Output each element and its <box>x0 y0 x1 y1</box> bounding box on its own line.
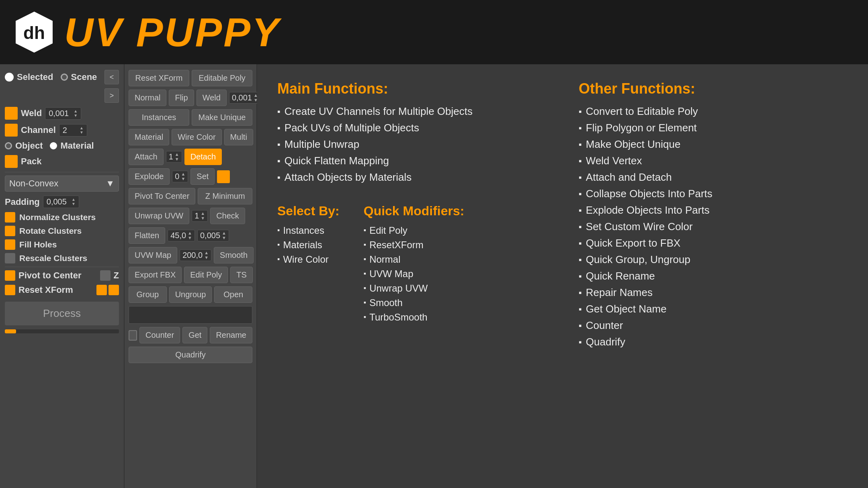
quick-mod-col: Quick Modifiers: Edit Poly ResetXForm No… <box>364 204 465 326</box>
counter-button[interactable]: Counter <box>139 327 180 343</box>
uvw-map-button[interactable]: UVW Map <box>129 247 177 263</box>
reset-color-btn1[interactable] <box>96 285 107 295</box>
uvw-spinner[interactable]: 200,0 ▲▼ <box>180 249 211 261</box>
weld-input[interactable]: 0,001 ▲▼ <box>45 107 81 120</box>
instances-button[interactable]: Instances <box>129 109 189 126</box>
weld-button[interactable]: Weld <box>197 90 227 106</box>
set-button[interactable]: Set <box>190 168 215 185</box>
other-func-item: Repair Names <box>579 286 848 299</box>
pack-toggle[interactable] <box>5 155 18 168</box>
padding-input[interactable]: 0,005 ▲▼ <box>43 196 79 208</box>
quick-mod-item: Normal <box>364 254 465 265</box>
material-label: Material <box>60 141 94 151</box>
flatten-button[interactable]: Flatten <box>129 227 165 244</box>
main-func-item: Attach Objects by Materials <box>277 171 547 184</box>
object-radio[interactable] <box>5 142 12 149</box>
fill-row: Fill Holes <box>5 239 119 250</box>
detach-button[interactable]: Detach <box>184 149 222 165</box>
normal-button[interactable]: Normal <box>129 90 166 106</box>
reset-xform-toggle[interactable] <box>5 285 15 295</box>
explode-button[interactable]: Explode <box>129 168 170 185</box>
other-func-item: Quick Export to FBX <box>579 237 848 249</box>
get-button[interactable]: Get <box>182 327 207 343</box>
app-logo: dh <box>12 10 56 54</box>
weld-toggle[interactable] <box>5 107 18 120</box>
rename-button[interactable]: Rename <box>210 327 252 343</box>
selected-radio[interactable] <box>5 73 14 82</box>
nav-prev-button[interactable]: < <box>104 70 119 84</box>
flip-button[interactable]: Flip <box>169 90 194 106</box>
select-item: Materials <box>277 239 340 251</box>
nav-next-button[interactable]: > <box>104 88 119 103</box>
z-minimum-button[interactable]: Z Minimum <box>198 188 252 204</box>
left-panel: Selected Scene < > Weld 0,001 ▲▼ Channel… <box>0 64 125 488</box>
edit-poly-button[interactable]: Edit Poly <box>184 267 228 283</box>
flatten-spinner1[interactable]: 45,0 ▲▼ <box>168 230 195 241</box>
row-1: Reset XForm Editable Poly <box>129 70 252 86</box>
quick-mod-title: Quick Modifiers: <box>364 204 465 218</box>
z-toggle[interactable] <box>100 270 111 281</box>
wire-color-button[interactable]: Wire Color <box>172 129 221 145</box>
ts-button[interactable]: TS <box>230 267 253 283</box>
main-func-item: Multiple Unwrap <box>277 138 547 151</box>
quadrify-button[interactable]: Quadrify <box>129 347 252 363</box>
unwrap-spinner[interactable]: 1 ▲▼ <box>192 210 208 222</box>
weld-spinner[interactable]: 0,001 ▲▼ <box>229 92 261 104</box>
rotate-label: Rotate Clusters <box>19 226 82 236</box>
main-functions-list: Create UV Channels for Multiple Objects … <box>277 105 547 184</box>
quick-mod-item: UVW Map <box>364 268 465 280</box>
info-right-col: Other Functions: Convert to Editable Pol… <box>579 80 848 472</box>
other-func-item: Quadrify <box>579 336 848 348</box>
rescale-row: Rescale Clusters <box>5 253 119 263</box>
export-fbx-button[interactable]: Export FBX <box>129 267 182 283</box>
row-5: Attach 1 ▲▼ Detach <box>129 149 252 165</box>
ungroup-button[interactable]: Ungroup <box>169 286 212 303</box>
z-label: Z <box>114 270 119 281</box>
process-button[interactable]: Process <box>5 302 119 325</box>
main-func-item: Pack UVs of Multiple Objects <box>277 122 547 134</box>
multi-button[interactable]: Multi <box>224 129 253 145</box>
normalize-toggle[interactable] <box>5 212 15 223</box>
material-button[interactable]: Material <box>129 129 169 145</box>
smooth-button[interactable]: Smooth <box>214 247 254 263</box>
pivot-toggle[interactable] <box>5 270 15 281</box>
reset-color-btn2[interactable] <box>108 285 119 295</box>
attach-spinner[interactable]: 1 ▲▼ <box>166 151 182 163</box>
group-button[interactable]: Group <box>129 286 167 303</box>
info-panel: Main Functions: Create UV Channels for M… <box>257 64 868 488</box>
rotate-toggle[interactable] <box>5 226 15 236</box>
material-radio[interactable] <box>50 142 57 149</box>
attach-button[interactable]: Attach <box>129 149 164 165</box>
pivot-to-center-button[interactable]: Pivot To Center <box>129 188 195 204</box>
pivot-label: Pivot to Center <box>18 270 81 281</box>
other-func-item: Make Object Unique <box>579 138 848 151</box>
channel-toggle[interactable] <box>5 124 18 137</box>
reset-xform-button[interactable]: Reset XForm <box>129 70 189 86</box>
fill-toggle[interactable] <box>5 239 15 250</box>
scene-radio[interactable] <box>61 74 68 81</box>
padding-label: Padding <box>5 197 40 207</box>
make-unique-button[interactable]: Make Unique <box>192 109 252 126</box>
object-label: Object <box>15 141 43 151</box>
name-input-field[interactable] <box>129 306 252 324</box>
counter-checkbox[interactable] <box>129 330 137 341</box>
row-8: Unwrap UVW 1 ▲▼ Check <box>129 208 252 224</box>
unwrap-uvw-button[interactable]: Unwrap UVW <box>129 208 189 224</box>
non-convex-dropdown[interactable]: Non-Convex ▼ <box>5 176 119 192</box>
select-item: Wire Color <box>277 254 340 265</box>
row-13: Counter Get Rename <box>129 327 252 343</box>
rescale-toggle[interactable] <box>5 253 15 263</box>
pack-row: Pack <box>5 155 119 168</box>
row-14: Quadrify <box>129 347 252 363</box>
reset-xform-color-btns <box>96 285 119 295</box>
open-button[interactable]: Open <box>214 286 252 303</box>
flatten-spinner2[interactable]: 0,005 ▲▼ <box>197 230 229 241</box>
nav-next-row: > <box>5 88 119 103</box>
row-4: Material Wire Color Multi <box>129 129 252 145</box>
app-title: UV PUPPY <box>64 12 280 52</box>
channel-input[interactable]: 2 ▲▼ <box>59 124 87 137</box>
set-color-swatch[interactable] <box>217 170 230 183</box>
check-button[interactable]: Check <box>210 208 245 224</box>
editable-poly-button[interactable]: Editable Poly <box>192 70 252 86</box>
explode-spinner[interactable]: 0 ▲▼ <box>172 171 188 182</box>
